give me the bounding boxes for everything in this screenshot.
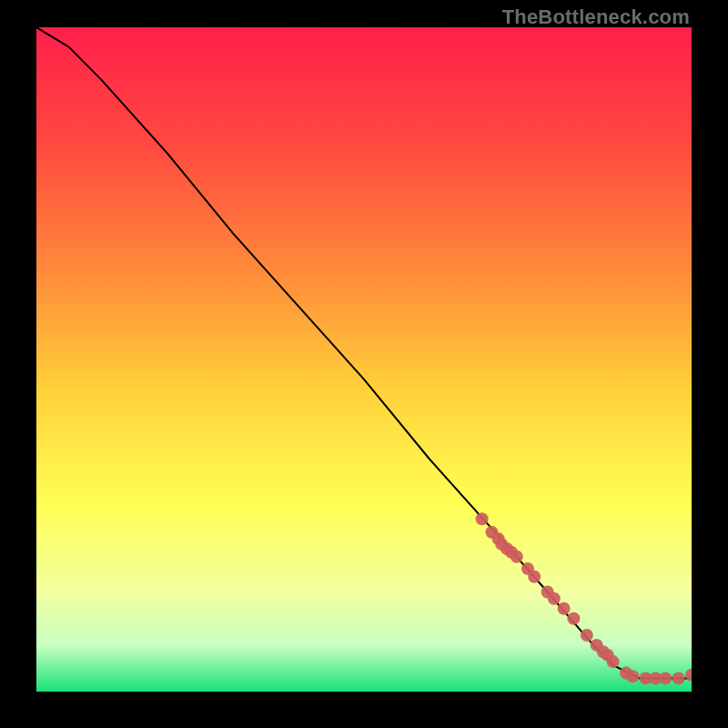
scatter-point	[558, 602, 571, 615]
scatter-point	[476, 512, 489, 525]
plot-area	[36, 27, 692, 692]
scatter-point	[567, 612, 580, 625]
scatter-point	[672, 672, 685, 684]
scatter-point	[659, 672, 672, 684]
chart-svg	[36, 27, 692, 692]
gradient-background	[36, 27, 692, 692]
chart-frame: TheBottleneck.com	[0, 0, 728, 728]
scatter-point	[528, 571, 541, 583]
scatter-point	[607, 655, 620, 668]
watermark-label: TheBottleneck.com	[502, 5, 690, 29]
scatter-point	[548, 592, 561, 605]
scatter-point	[511, 551, 523, 563]
scatter-point	[581, 629, 593, 642]
scatter-point	[626, 670, 639, 682]
